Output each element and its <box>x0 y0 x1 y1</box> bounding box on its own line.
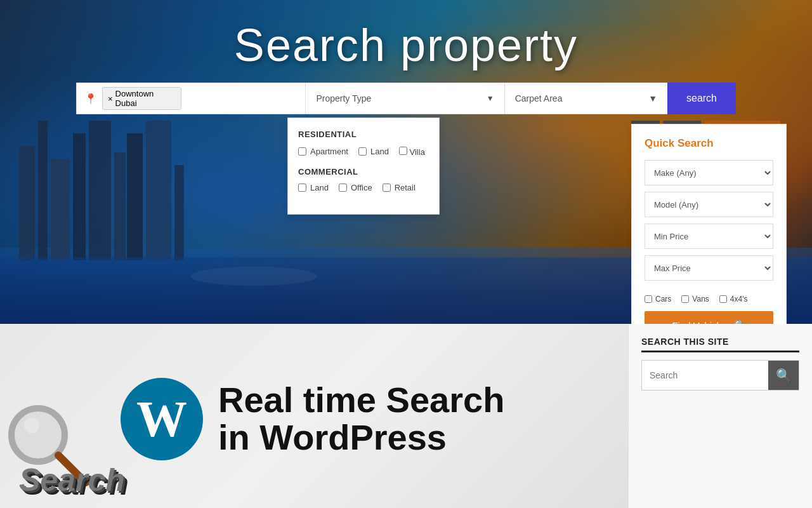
bottom-right-sidebar: SEARCH THIS SITE 🔍 <box>628 324 812 508</box>
carpet-area-label: Carpet Area <box>515 93 563 104</box>
main-search-button[interactable]: search <box>667 83 736 114</box>
find-vehicles-button[interactable]: Find Vehicles 🔍 <box>645 311 773 324</box>
search-this-site-title: SEARCH THIS SITE <box>641 337 799 352</box>
hero-title: Search property <box>0 19 812 71</box>
svg-point-2 <box>24 418 39 433</box>
land-commercial-checkbox[interactable] <box>298 184 306 192</box>
find-vehicles-label: Find Vehicles <box>672 320 728 324</box>
location-tag-text: Downtown Dubai <box>115 89 176 108</box>
location-input-container[interactable]: 📍 × Downtown Dubai <box>76 83 305 114</box>
make-select[interactable]: Make (Any) <box>645 160 773 185</box>
min-price-select[interactable]: Min Price <box>645 224 773 249</box>
quick-search-title: Quick Search <box>645 137 773 150</box>
hero-section: Search property 📍 × Downtown Dubai Prope… <box>0 0 812 324</box>
apartment-label: Apartment <box>310 147 348 156</box>
wp-letter: W <box>136 391 187 448</box>
villa-label: Villa <box>410 147 425 157</box>
office-label: Office <box>351 183 372 192</box>
site-search-icon: 🔍 <box>776 368 792 383</box>
retail-option[interactable]: Retail <box>383 183 416 192</box>
headline-line1: Real time Search <box>218 382 504 419</box>
apartment-checkbox[interactable] <box>298 147 306 156</box>
retail-label: Retail <box>395 183 416 192</box>
site-search-input[interactable] <box>642 361 768 390</box>
vehicle-types: Cars Vans 4x4's <box>645 295 773 304</box>
apartment-option[interactable]: Apartment <box>298 145 348 157</box>
wp-content-area: W Real time Search in WordPress <box>121 378 504 460</box>
fourx4-option[interactable]: 4x4's <box>719 295 748 304</box>
cars-option[interactable]: Cars <box>645 295 671 304</box>
office-option[interactable]: Office <box>339 183 372 192</box>
property-type-arrow-icon: ▼ <box>487 94 494 103</box>
location-tag-prefix: × <box>108 94 113 104</box>
land-residential-checkbox[interactable] <box>358 147 367 156</box>
wordpress-logo: W <box>121 378 203 460</box>
office-checkbox[interactable] <box>339 184 347 192</box>
bottom-section: Search W Real time Search in WordPress S… <box>0 324 812 508</box>
land-commercial-option[interactable]: Land <box>298 183 329 192</box>
headline-text: Real time Search in WordPress <box>218 382 504 457</box>
land-residential-label: Land <box>370 147 389 156</box>
bottom-left-content: Search W Real time Search in WordPress <box>0 324 628 508</box>
vans-checkbox[interactable] <box>681 295 689 303</box>
model-select[interactable]: Model (Any) <box>645 192 773 217</box>
villa-option[interactable]: Villa <box>399 147 425 157</box>
residential-section-title: RESIDENTIAL <box>298 130 429 139</box>
location-search-input[interactable] <box>187 93 298 104</box>
location-pin-icon: 📍 <box>84 93 97 105</box>
site-search-button[interactable]: 🔍 <box>768 361 799 390</box>
fourx4-label: 4x4's <box>730 295 748 304</box>
villa-checkbox[interactable] <box>399 147 407 155</box>
land-commercial-label: Land <box>310 183 329 192</box>
location-tag[interactable]: × Downtown Dubai <box>102 87 181 110</box>
find-vehicles-search-icon: 🔍 <box>734 319 746 324</box>
property-type-dropdown[interactable]: Property Type ▼ <box>305 83 504 114</box>
commercial-section-title: COMMERCIAL <box>298 167 429 177</box>
search-3d-text: Search <box>19 462 125 498</box>
fourx4-checkbox[interactable] <box>719 295 727 303</box>
carpet-area-arrow-icon: ▼ <box>648 93 657 104</box>
carpet-area-dropdown[interactable]: Carpet Area ▼ <box>504 83 667 114</box>
vans-label: Vans <box>692 295 709 304</box>
land-residential-option[interactable]: Land <box>358 145 389 157</box>
site-search-box[interactable]: 🔍 <box>641 360 799 391</box>
max-price-select[interactable]: Max Price <box>645 255 773 281</box>
commercial-options: Land Office Retail <box>298 183 429 192</box>
cars-label: Cars <box>655 295 671 304</box>
property-type-label: Property Type <box>316 93 371 104</box>
search-bar: 📍 × Downtown Dubai Property Type ▼ Carpe… <box>76 83 736 114</box>
property-type-menu: RESIDENTIAL Apartment Land Villa COMMERC… <box>287 117 440 215</box>
residential-options: Apartment Land Villa <box>298 145 429 157</box>
vans-option[interactable]: Vans <box>681 295 709 304</box>
cars-checkbox[interactable] <box>645 295 652 303</box>
headline-line2: in WordPress <box>218 419 504 457</box>
retail-checkbox[interactable] <box>383 184 391 192</box>
quick-search-panel: Quick Search Make (Any) Model (Any) Min … <box>631 124 787 324</box>
